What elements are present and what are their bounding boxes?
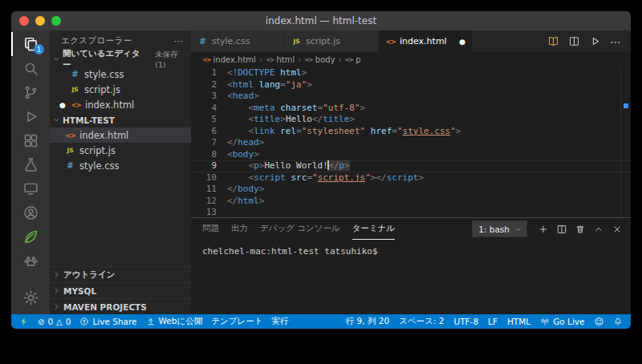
titlebar[interactable]: index.html — html-test: [11, 11, 631, 30]
tab-label: style.css: [212, 36, 250, 47]
more-actions-button[interactable]: ⋯: [610, 35, 621, 47]
code-token: body: [238, 184, 259, 194]
status-label: 行 9, 列 20: [346, 316, 389, 327]
activity-item-remote-explorer[interactable]: [11, 176, 50, 200]
line-number: 3: [191, 91, 227, 103]
code-line-11[interactable]: 11</body>: [191, 184, 631, 196]
status-remote[interactable]: [19, 317, 29, 326]
status-feedback[interactable]: ☺: [595, 317, 603, 326]
folder-header[interactable]: HTML-TEST: [50, 112, 191, 127]
line-content: <body>: [227, 149, 259, 161]
activity-item-live-share[interactable]: [11, 200, 50, 224]
code-line-7[interactable]: 7</head>: [191, 137, 631, 149]
status-problems[interactable]: ⊘0△0: [38, 317, 71, 326]
code-line-1[interactable]: 1<!DOCTYPE html>: [191, 67, 631, 79]
code-line-3[interactable]: 3<head>: [191, 91, 631, 103]
code-token: <: [227, 91, 233, 101]
tab-index.html[interactable]: <>index.html●: [379, 30, 473, 52]
code-editor[interactable]: 1<!DOCTYPE html>2<html lang="ja">3<head>…: [191, 67, 631, 217]
split-terminal-button[interactable]: [556, 224, 567, 235]
tree-item[interactable]: <>index.html: [50, 127, 191, 143]
code-line-4[interactable]: 4 <meta charset="utf-8">: [191, 103, 631, 115]
bell-icon: [613, 317, 623, 326]
code-token: Hello World!: [264, 160, 327, 171]
code-token: [227, 172, 249, 183]
breadcrumb-item-html[interactable]: <>html: [266, 55, 295, 64]
code-line-12[interactable]: 12</html>: [191, 196, 631, 208]
activity-item-spring-boot[interactable]: [11, 224, 50, 249]
tab-style.css[interactable]: #style.css: [191, 30, 285, 52]
status-go-live[interactable]: Go Live: [540, 317, 584, 326]
maximize-panel-button[interactable]: [593, 224, 604, 235]
activity-item-testing[interactable]: [11, 152, 50, 176]
status-publish-web[interactable]: Webに公開: [146, 316, 203, 327]
panel-tab-問題[interactable]: 問題: [202, 218, 219, 240]
status-language-mode[interactable]: HTML: [507, 317, 530, 326]
split-editor-button[interactable]: [568, 35, 580, 47]
code-line-13[interactable]: 13: [191, 207, 631, 217]
status-label: Webに公開: [159, 316, 203, 327]
open-editors-header[interactable]: 開いているエディター未保存 (1): [50, 51, 191, 67]
code-line-2[interactable]: 2<html lang="ja">: [191, 79, 631, 91]
panel-tab-ターミナル[interactable]: ターミナル: [352, 218, 395, 240]
line-number: 12: [191, 196, 227, 208]
open-preview-button[interactable]: [547, 35, 559, 47]
scrollbar[interactable]: [620, 67, 631, 217]
dirty-indicator: ●: [459, 38, 465, 46]
sidebar-more-actions[interactable]: ⋯: [174, 36, 183, 46]
tab-script.js[interactable]: JSscript.js: [285, 30, 379, 52]
status-bar-right: 行 9, 列 20スペース: 2UTF-8LFHTMLGo Live☺: [346, 316, 623, 327]
activity-item-source-control[interactable]: [11, 80, 50, 104]
code-line-6[interactable]: 6 <link rel="stylesheet" href="style.css…: [191, 126, 631, 138]
status-encoding[interactable]: UTF-8: [453, 317, 478, 326]
status-cursor-position[interactable]: 行 9, 列 20: [346, 316, 389, 327]
activity-item-settings[interactable]: [11, 285, 50, 309]
status-run[interactable]: 実行: [271, 316, 288, 327]
sidebar-section-MYSQL[interactable]: MYSQL: [50, 282, 191, 298]
code-line-8[interactable]: 8<body>: [191, 149, 631, 161]
status-eol[interactable]: LF: [488, 317, 498, 326]
new-terminal-button[interactable]: [538, 224, 549, 235]
status-notifications[interactable]: [613, 317, 623, 326]
activity-item-docker[interactable]: [11, 249, 50, 273]
status-live-share[interactable]: Live Share: [79, 317, 136, 326]
tree-item[interactable]: #style.css: [50, 158, 191, 173]
sidebar-section-アウトライン[interactable]: アウトライン: [50, 266, 191, 282]
code-line-5[interactable]: 5 <title>Hello</title>: [191, 114, 631, 126]
panel-tab-出力[interactable]: 出力: [231, 218, 248, 240]
code-token: title: [254, 114, 280, 124]
close-window-button[interactable]: [19, 16, 29, 26]
unsaved-badge: 未保存 (1): [155, 50, 191, 69]
activity-item-search[interactable]: [11, 56, 50, 80]
minimize-window-button[interactable]: [35, 16, 45, 26]
error-icon: ⊘: [38, 317, 44, 326]
kill-terminal-button[interactable]: [575, 224, 586, 235]
tree-item[interactable]: JSscript.js: [50, 143, 191, 158]
html-file-icon: <>: [71, 101, 81, 109]
search-icon: [22, 60, 39, 77]
breadcrumb-item-p[interactable]: <>p: [345, 55, 361, 64]
terminal-shell-select[interactable]: 1: bash: [472, 220, 527, 237]
zoom-window-button[interactable]: [51, 16, 61, 26]
status-indentation[interactable]: スペース: 2: [399, 316, 444, 327]
status-template[interactable]: テンプレート: [211, 316, 262, 327]
code-token: script: [254, 172, 286, 183]
run-file-button[interactable]: [589, 35, 601, 47]
open-editor-item[interactable]: JSscript.js: [50, 82, 191, 97]
activity-item-extensions[interactable]: [11, 128, 50, 152]
activity-item-explorer[interactable]: 1: [11, 32, 50, 56]
status-label: Live Share: [92, 317, 136, 326]
panel-tab-デバッグ コンソール[interactable]: デバッグ コンソール: [260, 218, 340, 240]
close-panel-button[interactable]: [612, 224, 623, 235]
line-number: 9: [191, 160, 227, 172]
sidebar-section-MAVEN PROJECTS[interactable]: MAVEN PROJECTS: [50, 298, 191, 314]
breadcrumb-item-body[interactable]: <>body: [304, 55, 335, 64]
terminal[interactable]: chelchel-mac:html-test tatsuhiko$: [191, 240, 631, 314]
code-token: head: [238, 137, 259, 148]
open-editor-item[interactable]: ●<>index.html: [50, 97, 191, 112]
code-line-10[interactable]: 10 <script src="script.js"></script>: [191, 172, 631, 184]
code-line-9[interactable]: 9 <p>Hello World!</p>: [191, 160, 631, 172]
breadcrumb-item-index.html[interactable]: <>index.html: [202, 55, 256, 64]
activity-item-run-debug[interactable]: [11, 104, 50, 128]
source-control-icon: [22, 84, 39, 101]
